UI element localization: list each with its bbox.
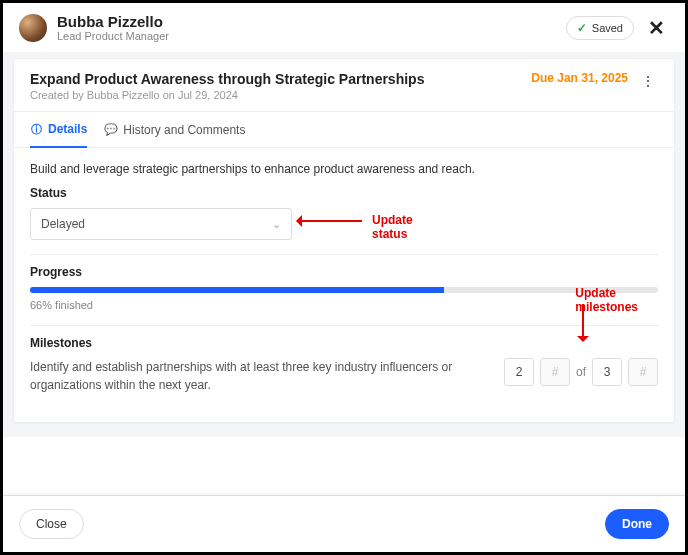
status-value: Delayed (41, 217, 85, 231)
progress-fill (30, 287, 444, 293)
due-date: Due Jan 31, 2025 (531, 71, 628, 85)
details-panel: Build and leverage strategic partnership… (14, 148, 674, 422)
comment-icon: 💬 (105, 124, 117, 136)
card-header: Expand Product Awareness through Strateg… (14, 59, 674, 112)
modal-frame: Bubba Pizzello Lead Product Manager ✓ Sa… (0, 0, 688, 555)
user-identity: Bubba Pizzello Lead Product Manager (57, 13, 169, 42)
milestone-total-input[interactable]: 3 (592, 358, 622, 386)
goal-title: Expand Product Awareness through Strateg… (30, 71, 531, 87)
chevron-down-icon: ⌄ (272, 218, 281, 231)
tab-history-label: History and Comments (123, 123, 245, 137)
milestones-label: Milestones (30, 336, 658, 350)
progress-bar (30, 287, 658, 293)
status-select[interactable]: Delayed ⌄ (30, 208, 292, 240)
progress-section: Progress 66% finished (30, 255, 658, 326)
user-role: Lead Product Manager (57, 30, 169, 42)
user-name: Bubba Pizzello (57, 13, 169, 30)
tab-history[interactable]: 💬 History and Comments (105, 112, 245, 147)
modal-footer: Close Done (3, 495, 685, 552)
hash-icon: # (540, 358, 570, 386)
tab-details[interactable]: ⓘ Details (30, 112, 87, 148)
hash-icon-2: # (628, 358, 658, 386)
progress-text: 66% finished (30, 299, 658, 311)
milestones-section: Update milestones Milestones Identify an… (30, 326, 658, 416)
status-section: Status Delayed ⌄ Update status (30, 176, 658, 255)
milestone-counter: 2 # of 3 # (504, 358, 658, 386)
close-button[interactable]: Close (19, 509, 84, 539)
of-text: of (576, 365, 586, 379)
status-label: Status (30, 186, 658, 200)
close-icon[interactable]: ✕ (644, 16, 669, 40)
check-icon: ✓ (577, 21, 587, 35)
content-area: Expand Product Awareness through Strateg… (3, 52, 685, 437)
progress-label: Progress (30, 265, 658, 279)
tab-bar: ⓘ Details 💬 History and Comments (14, 112, 674, 148)
more-menu-icon[interactable]: ⋮ (638, 71, 658, 91)
goal-description: Build and leverage strategic partnership… (30, 162, 658, 176)
milestone-description: Identify and establish partnerships with… (30, 358, 494, 394)
goal-card: Expand Product Awareness through Strateg… (13, 58, 675, 423)
milestone-done-input[interactable]: 2 (504, 358, 534, 386)
goal-created: Created by Bubba Pizzello on Jul 29, 202… (30, 89, 531, 101)
info-icon: ⓘ (30, 123, 42, 135)
tab-details-label: Details (48, 122, 87, 136)
saved-label: Saved (592, 22, 623, 34)
modal-header: Bubba Pizzello Lead Product Manager ✓ Sa… (3, 3, 685, 52)
done-button[interactable]: Done (605, 509, 669, 539)
annot-status: Update status (372, 213, 413, 241)
saved-indicator: ✓ Saved (566, 16, 634, 40)
avatar (19, 14, 47, 42)
